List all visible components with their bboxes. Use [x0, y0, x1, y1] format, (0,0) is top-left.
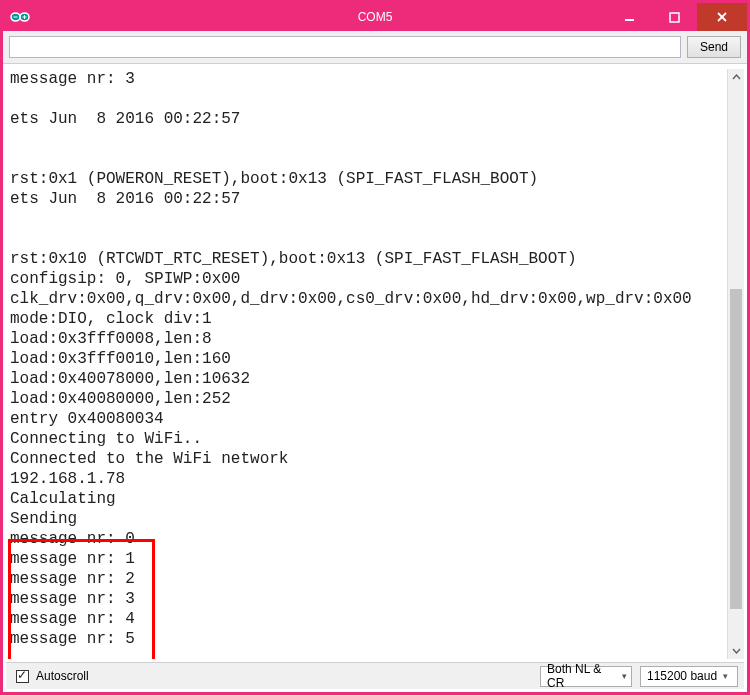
chevron-down-icon: ▾ — [723, 671, 728, 681]
line-ending-value: Both NL & CR — [547, 662, 616, 690]
autoscroll-toggle[interactable]: Autoscroll — [12, 667, 89, 686]
chevron-down-icon: ▾ — [622, 671, 627, 681]
scroll-up-button[interactable] — [728, 69, 744, 86]
maximize-button[interactable] — [652, 3, 697, 31]
title-bar[interactable]: COM5 — [3, 3, 747, 31]
console-output-wrap: message nr: 3 ets Jun 8 2016 00:22:57 rs… — [6, 69, 744, 659]
serial-monitor-window: COM5 Send message nr: 3 ets Jun 8 2016 0… — [0, 0, 750, 695]
console-output: message nr: 3 ets Jun 8 2016 00:22:57 rs… — [6, 69, 744, 659]
chevron-down-icon — [732, 646, 741, 655]
scroll-down-button[interactable] — [728, 642, 744, 659]
chevron-up-icon — [732, 73, 741, 82]
status-bar: Autoscroll Both NL & CR ▾ 115200 baud ▾ — [6, 662, 744, 689]
arduino-infinity-icon — [9, 8, 31, 26]
maximize-icon — [669, 12, 680, 23]
vertical-scrollbar[interactable] — [727, 69, 744, 659]
send-button[interactable]: Send — [687, 36, 741, 58]
close-button[interactable] — [697, 3, 747, 31]
svg-rect-6 — [670, 13, 679, 22]
autoscroll-checkbox[interactable] — [16, 670, 29, 683]
minimize-icon — [624, 12, 635, 23]
baud-rate-value: 115200 baud — [647, 669, 717, 683]
line-ending-select[interactable]: Both NL & CR ▾ — [540, 666, 632, 687]
scroll-thumb[interactable] — [730, 289, 742, 609]
autoscroll-label-text: Autoscroll — [36, 669, 89, 683]
send-row: Send — [3, 31, 747, 64]
minimize-button[interactable] — [607, 3, 652, 31]
baud-rate-select[interactable]: 115200 baud ▾ — [640, 666, 738, 687]
serial-input[interactable] — [9, 36, 681, 58]
close-icon — [716, 11, 728, 23]
window-controls — [607, 3, 747, 31]
